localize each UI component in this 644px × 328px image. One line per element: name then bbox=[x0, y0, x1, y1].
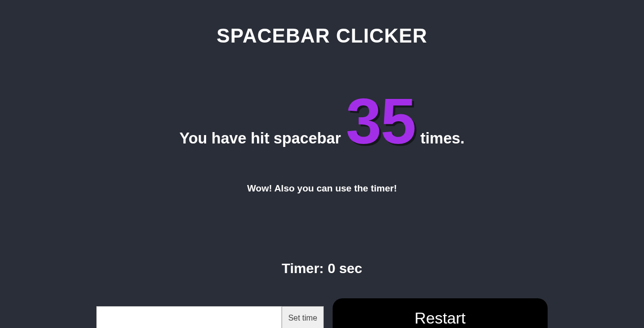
restart-button[interactable]: Restart bbox=[333, 298, 548, 328]
counter-prefix: You have hit spacebar bbox=[179, 130, 341, 147]
counter-value: 35 bbox=[346, 89, 416, 153]
set-time-button[interactable]: Set time bbox=[282, 306, 324, 328]
time-input[interactable] bbox=[96, 306, 282, 328]
time-input-group: Set time bbox=[96, 306, 324, 328]
counter-line: You have hit spacebar 35 times. bbox=[179, 89, 465, 153]
counter-suffix: times. bbox=[420, 130, 465, 147]
controls-row: Set time Restart bbox=[91, 306, 553, 328]
hint-text: Wow! Also you can use the timer! bbox=[247, 183, 397, 194]
page-title: SPACEBAR CLICKER bbox=[216, 25, 427, 47]
timer-label: Timer: 0 sec bbox=[282, 261, 362, 277]
